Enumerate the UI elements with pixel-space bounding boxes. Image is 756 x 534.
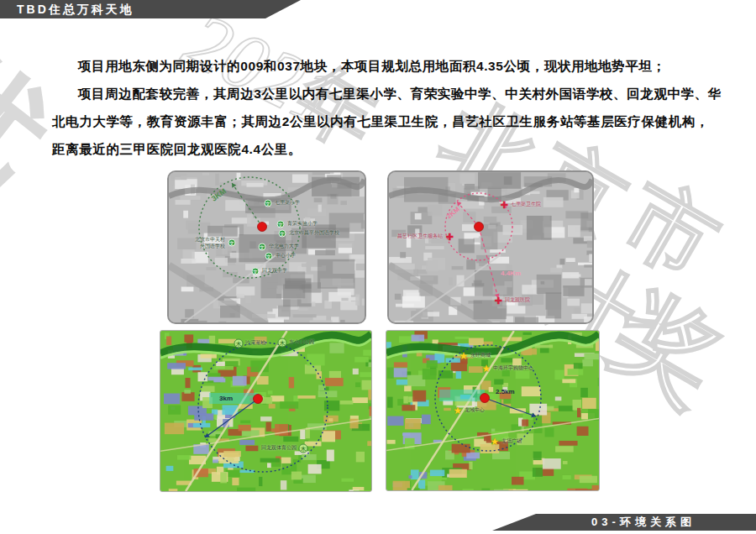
map-education-3km: 3KM文七里渠小学文育荣实验小学文北京市昌平外国语学校文北京市中关村外国语学校文… (167, 170, 366, 324)
section-label: 03-环境关系图 (591, 516, 696, 528)
map-marker-label: 回龙观体育公园 (261, 445, 297, 452)
hospital-marker-icon: ✚ (494, 296, 501, 305)
map-medical-2km: 2KM4.4Km✚七里渠卫生院✚昌艺社区卫生服务站✚回龙观医院 (387, 170, 594, 324)
distance-label: 4.4Km (501, 270, 521, 277)
school-marker-icon: 文 (228, 239, 236, 247)
distance-label: 3km (219, 395, 233, 402)
page-title: TBD住总万科天地 (17, 3, 134, 16)
star-marker-icon: ★ (454, 406, 463, 416)
star-marker-icon: ★ (482, 364, 491, 374)
map-marker-label: 回龙观医院 (505, 297, 530, 304)
park-marker-icon: 木 (299, 444, 308, 453)
school-marker-icon: 文 (259, 243, 266, 251)
map-greenspace-3km: 3km木沙河湿地木东小口公园木回龙观体育公园 (160, 330, 372, 492)
paragraph-site: 项目用地东侧为同期设计的009和037地块，本项目规划总用地面积4.35公顷，现… (52, 52, 722, 80)
school-marker-icon: 文 (279, 230, 286, 238)
slide-page: { "header": { "title": "TBD住总万科天地" }, "f… (0, 0, 756, 534)
school-marker-icon: 文 (265, 253, 273, 260)
watermark-text: 奖 (587, 262, 748, 436)
map-marker-label: 沙河湿地 (245, 340, 265, 347)
school-marker-icon: 文 (277, 221, 285, 228)
map-marker-label: 龙德广场 (501, 438, 522, 445)
map-marker-label: 北京市昌平外国语学校 (289, 230, 339, 237)
hospital-marker-icon: ✚ (445, 233, 453, 241)
paragraph-facilities: 项目周边配套较完善，其周边3公里以内有七里渠小学、育荣实验中学、中关村外国语学校… (52, 80, 722, 163)
school-marker-icon: 文 (265, 200, 272, 207)
top-bar: TBD住总万科天地 (0, 0, 319, 18)
watermark-text: 市 (602, 156, 739, 305)
map-marker-label: 北京市中关村外国语学校 (195, 237, 225, 249)
map-marker-label: 七里渠卫生院 (511, 202, 541, 208)
star-marker-icon: ★ (459, 352, 469, 361)
hospital-marker-icon: ✚ (500, 201, 507, 209)
map-marker-label: 东小口公园 (289, 339, 314, 346)
star-marker-icon: ★ (491, 437, 500, 447)
map-marker-label: 七里渠小学 (275, 200, 300, 207)
map-marker-label: 永旺商城 (470, 353, 491, 359)
park-marker-icon: 木 (278, 338, 287, 348)
map-marker-label: 育荣实验小学 (287, 221, 318, 228)
map-marker-label: 华北电力大学 (269, 243, 299, 250)
bottom-bar: 03-环境关系图 (492, 514, 756, 531)
map-marker-label: 昌艺社区卫生服务站 (397, 233, 443, 240)
map-marker-label: 中心小学 (276, 253, 296, 259)
project-description: 项目用地东侧为同期设计的009和037地块，本项目规划总用地面积4.35公顷，现… (52, 52, 722, 163)
map-marker-label: 龙域中心 (465, 407, 485, 414)
map-commercial-25km: 2.5km★永旺商城★中海环宇购物中心★龙域中心★龙德广场 (386, 330, 600, 491)
park-marker-icon: 木 (234, 339, 244, 348)
map-marker-label: 回龙观中学 (262, 268, 287, 275)
school-marker-icon: 文 (252, 268, 260, 275)
distance-label: 2.5km (496, 388, 515, 395)
map-marker-label: 中海环宇购物中心 (493, 365, 533, 372)
